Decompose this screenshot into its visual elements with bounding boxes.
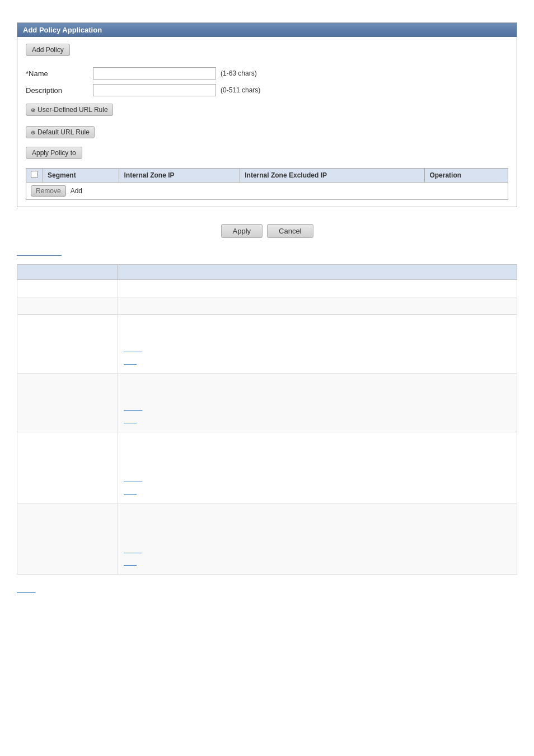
form-buttons: Apply Cancel bbox=[17, 224, 517, 238]
ref-link-5[interactable] bbox=[124, 475, 142, 483]
ref-cell-content bbox=[118, 374, 517, 432]
ref-table-header bbox=[17, 265, 517, 280]
collapse-icon-user: ⊛ bbox=[31, 107, 35, 113]
table-row bbox=[17, 374, 517, 432]
apply-policy-to-section: Apply Policy to bbox=[26, 147, 508, 165]
ref-text-line bbox=[124, 461, 511, 472]
ref-col-header2 bbox=[118, 265, 517, 280]
col-checkbox bbox=[26, 169, 43, 183]
ref-text-line bbox=[124, 415, 511, 425]
col-internal-zone-excluded-ip: Internal Zone Excluded IP bbox=[240, 169, 425, 183]
ref-text-line bbox=[124, 344, 511, 354]
ref-cell-label bbox=[17, 374, 118, 432]
ref-cell-label bbox=[17, 280, 118, 297]
table-actions: Remove Add bbox=[26, 183, 508, 200]
col-operation: Operation bbox=[425, 169, 508, 183]
description-input[interactable] bbox=[93, 84, 216, 96]
ref-cell-label bbox=[17, 315, 118, 374]
ref-text-line bbox=[124, 403, 511, 413]
ref-link-3[interactable] bbox=[124, 404, 142, 412]
add-policy-panel: Add Policy Application Add Policy *Name … bbox=[17, 22, 517, 207]
ref-link-8[interactable] bbox=[124, 558, 137, 566]
ref-text-line bbox=[124, 545, 511, 555]
panel-title: Add Policy Application bbox=[23, 26, 102, 34]
panel-header: Add Policy Application bbox=[17, 23, 517, 37]
name-input[interactable] bbox=[93, 67, 216, 80]
ref-link-6[interactable] bbox=[124, 487, 137, 495]
ref-link-1[interactable] bbox=[124, 345, 142, 353]
ref-cell-label bbox=[17, 503, 118, 575]
description-hint: (0-511 chars) bbox=[221, 86, 260, 94]
ref-link-2[interactable] bbox=[124, 357, 137, 365]
separator-line bbox=[17, 255, 62, 256]
description-row: Description (0-511 chars) bbox=[26, 84, 508, 96]
bottom-section bbox=[17, 586, 517, 608]
ref-text-line bbox=[124, 332, 511, 342]
ref-cell-label bbox=[17, 297, 118, 315]
description-label: Description bbox=[26, 86, 93, 95]
ref-text-line bbox=[124, 520, 511, 530]
table-header-row: Segment Internal Zone IP Internal Zone E… bbox=[26, 169, 508, 183]
ref-cell-content bbox=[118, 503, 517, 575]
ref-cell-content bbox=[118, 280, 517, 297]
add-policy-section: Add Policy bbox=[26, 44, 508, 62]
table-row bbox=[17, 503, 517, 575]
name-hint: (1-63 chars) bbox=[221, 69, 257, 77]
ref-text-line bbox=[124, 474, 511, 484]
ref-cell-content bbox=[118, 315, 517, 374]
user-defined-url-section: ⊛ User-Defined URL Rule bbox=[26, 101, 508, 119]
page-container: Add Policy Application Add Policy *Name … bbox=[0, 0, 534, 756]
ref-text-line bbox=[124, 319, 511, 329]
ref-text-line bbox=[124, 378, 511, 388]
col-segment: Segment bbox=[43, 169, 119, 183]
collapse-icon-default: ⊛ bbox=[31, 129, 35, 136]
add-link[interactable]: Add bbox=[71, 187, 82, 195]
table-row bbox=[17, 297, 517, 315]
ref-col-header1 bbox=[17, 265, 118, 280]
user-defined-url-rule-button[interactable]: ⊛ User-Defined URL Rule bbox=[26, 104, 113, 116]
panel-body: Add Policy *Name (1-63 chars) Descriptio… bbox=[17, 37, 517, 207]
ref-text-line bbox=[124, 437, 511, 447]
table-row bbox=[17, 315, 517, 374]
segment-table: Segment Internal Zone IP Internal Zone E… bbox=[26, 168, 508, 183]
ref-text-line bbox=[124, 356, 511, 366]
ref-text-line bbox=[124, 486, 511, 496]
ref-text-line bbox=[124, 557, 511, 567]
ref-text-line bbox=[124, 390, 511, 400]
col-internal-zone-ip: Internal Zone IP bbox=[119, 169, 240, 183]
default-url-rule-button[interactable]: ⊛ Default URL Rule bbox=[26, 126, 95, 138]
ref-text-line bbox=[124, 533, 511, 543]
apply-button[interactable]: Apply bbox=[221, 224, 263, 238]
bottom-link[interactable] bbox=[17, 586, 35, 594]
add-policy-button[interactable]: Add Policy bbox=[26, 44, 70, 56]
apply-policy-to-button[interactable]: Apply Policy to bbox=[26, 147, 82, 159]
reference-table bbox=[17, 264, 517, 575]
name-row: *Name (1-63 chars) bbox=[26, 67, 508, 80]
ref-link-4[interactable] bbox=[124, 416, 137, 424]
remove-button[interactable]: Remove bbox=[31, 185, 66, 197]
name-label: *Name bbox=[26, 69, 93, 78]
ref-text-line bbox=[124, 449, 511, 459]
cancel-button[interactable]: Cancel bbox=[267, 224, 313, 238]
table-row bbox=[17, 432, 517, 503]
default-url-section: ⊛ Default URL Rule bbox=[26, 123, 508, 141]
ref-cell-label bbox=[17, 432, 118, 503]
ref-cell-content bbox=[118, 432, 517, 503]
ref-cell-content bbox=[118, 297, 517, 315]
ref-text-line bbox=[124, 508, 511, 518]
table-row bbox=[17, 280, 517, 297]
ref-link-7[interactable] bbox=[124, 546, 142, 554]
select-all-checkbox[interactable] bbox=[31, 171, 38, 178]
